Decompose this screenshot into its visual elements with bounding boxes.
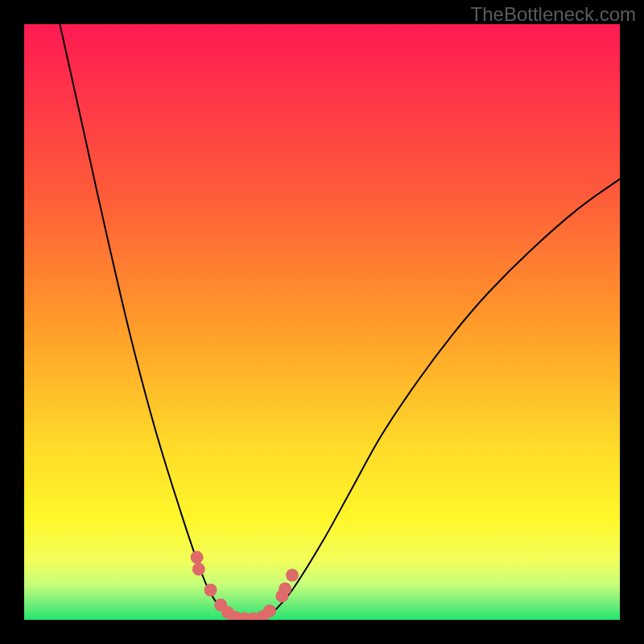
chart-background: [24, 24, 620, 620]
valley-marker: [204, 584, 217, 597]
watermark-text: TheBottleneck.com: [471, 3, 636, 26]
valley-marker: [191, 551, 204, 564]
valley-marker: [286, 569, 299, 582]
valley-marker: [279, 583, 291, 596]
valley-marker: [263, 605, 276, 617]
valley-marker: [192, 563, 205, 576]
chart-svg: [0, 0, 644, 644]
chart-container: TheBottleneck.com: [0, 0, 644, 644]
